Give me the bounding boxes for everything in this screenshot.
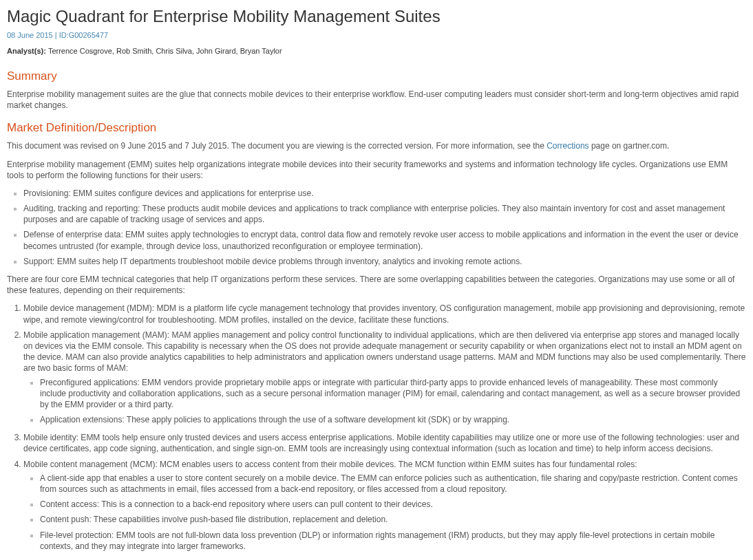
list-item: Content push: These capabilities involve…	[40, 514, 746, 525]
analysts-names: Terrence Cosgrove, Rob Smith, Chris Silv…	[48, 47, 282, 55]
list-item: Mobile device management (MDM): MDM is a…	[23, 303, 746, 325]
list-item: Mobile content management (MCM): MCM ena…	[23, 459, 746, 552]
mam-sublist: Preconfigured applications: EMM vendors …	[23, 377, 746, 426]
market-para-1: Enterprise mobility management (EMM) sui…	[7, 159, 746, 181]
list-item: File-level protection: EMM tools are not…	[40, 530, 746, 552]
functions-list: Provisioning: EMM suites configure devic…	[7, 188, 746, 267]
list-item-text: Mobile content management (MCM): MCM ena…	[23, 460, 637, 469]
list-item: Content access: This is a connection to …	[40, 499, 746, 510]
document-meta: 08 June 2015 | ID:G00265477	[7, 30, 746, 41]
revision-note: This document was revised on 9 June 2015…	[7, 140, 746, 151]
analysts-line: Analyst(s): Terrence Cosgrove, Rob Smith…	[7, 46, 746, 56]
list-item: Defense of enterprise data: EMM suites a…	[23, 229, 746, 251]
page-title: Magic Quadrant for Enterprise Mobility M…	[7, 6, 746, 28]
list-item-text: Mobile application management (MAM): MAM…	[23, 330, 745, 374]
market-para-2: There are four core EMM technical catego…	[7, 274, 746, 296]
list-item: Support: EMM suites help IT departments …	[23, 256, 746, 267]
list-item: Mobile application management (MAM): MAM…	[23, 330, 746, 426]
corrections-link[interactable]: Corrections	[547, 141, 588, 151]
list-item: A client-side app that enables a user to…	[40, 473, 746, 495]
market-heading: Market Definition/Description	[7, 120, 746, 136]
list-item: Provisioning: EMM suites configure devic…	[23, 188, 746, 199]
list-item: Auditing, tracking and reporting: These …	[23, 203, 746, 225]
list-item: Mobile identity: EMM tools help ensure o…	[23, 432, 746, 454]
revision-suffix: page on gartner.com.	[589, 141, 670, 151]
mcm-sublist: A client-side app that enables a user to…	[23, 473, 746, 552]
list-item: Preconfigured applications: EMM vendors …	[40, 377, 746, 411]
analysts-label: Analyst(s):	[7, 47, 48, 55]
summary-heading: Summary	[7, 69, 746, 85]
summary-text: Enterprise mobility management suites ar…	[7, 89, 746, 111]
list-item: Application extensions: These apply poli…	[40, 414, 746, 425]
categories-list: Mobile device management (MDM): MDM is a…	[7, 303, 746, 552]
revision-prefix: This document was revised on 9 June 2015…	[7, 141, 547, 151]
